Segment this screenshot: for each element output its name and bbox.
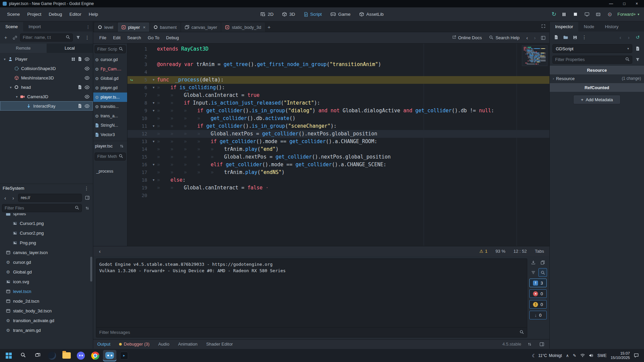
script-icon[interactable] bbox=[78, 104, 82, 108]
bottom-tab-shader-editor[interactable]: Shader Editor bbox=[206, 342, 233, 347]
expand-arrow-icon[interactable]: ▾ bbox=[8, 85, 13, 89]
fs-path-input[interactable]: res:// bbox=[18, 194, 82, 202]
file-level-tscn[interactable]: level.tscn bbox=[0, 287, 93, 296]
save-resource-icon[interactable] bbox=[571, 34, 579, 41]
taskbar-app-steam[interactable] bbox=[45, 350, 59, 361]
menu-project[interactable]: Project bbox=[23, 10, 45, 18]
search-help-button[interactable]: Search Help bbox=[486, 34, 523, 42]
play-current-scene-button[interactable] bbox=[595, 11, 602, 18]
resource-options-button[interactable]: ⋮ bbox=[581, 34, 588, 41]
notice-count-toggle[interactable]: !3 bbox=[529, 279, 547, 287]
tab-import[interactable]: Import bbox=[23, 22, 46, 32]
scene-node-head[interactable]: ▾head bbox=[0, 82, 93, 92]
code-line-14[interactable]: 14»»»»»trAnim.play("end") bbox=[127, 145, 549, 153]
file-canvas-layer-tscn[interactable]: canvas_layer.tscn bbox=[0, 248, 93, 257]
fs-split-view-button[interactable] bbox=[84, 194, 91, 201]
code-line-1[interactable]: 1extends RayCast3D bbox=[127, 45, 549, 53]
script-item-trans-a-[interactable]: ⚙trans_a... bbox=[93, 111, 127, 121]
code-line-15[interactable]: 15»»»»»Global.nextPos = get_collider().n… bbox=[127, 153, 549, 161]
edited-object-dropdown[interactable]: GDScript ▾ bbox=[552, 44, 632, 53]
script-history-forward-button[interactable]: › bbox=[532, 35, 538, 41]
script-item-player-ts-[interactable]: ⚙player.ts... bbox=[93, 93, 127, 102]
scene-filter-input[interactable]: Filter: name, t:t bbox=[20, 34, 73, 42]
fold-arrow-icon[interactable]: ▼ bbox=[150, 76, 157, 84]
script-menu-search[interactable]: Search bbox=[124, 34, 144, 42]
code-editor[interactable]: 1extends RayCast3D23@onready var trAnim … bbox=[127, 44, 549, 246]
visibility-toggle-icon[interactable] bbox=[85, 57, 90, 61]
minimize-button[interactable]: — bbox=[609, 1, 613, 6]
tab-node[interactable]: Node bbox=[578, 22, 599, 32]
taskbar-app-godot[interactable] bbox=[103, 350, 116, 361]
edit-script-icon[interactable] bbox=[634, 45, 641, 52]
hidden-icons-button[interactable]: ∧ bbox=[566, 353, 569, 358]
taskbar-app-windows[interactable] bbox=[2, 350, 15, 361]
script-menu-file[interactable]: File bbox=[96, 34, 110, 42]
pen-icon[interactable]: ✎ bbox=[573, 353, 576, 358]
script-item-StringN-[interactable]: StringN... bbox=[93, 121, 127, 130]
online-docs-button[interactable]: Online Docs bbox=[449, 34, 485, 42]
workspace-script[interactable]: Script bbox=[300, 10, 326, 18]
tab-inspector[interactable]: Inspector bbox=[550, 22, 578, 32]
workspace-3d[interactable]: 3D bbox=[278, 10, 299, 18]
copy-log-icon[interactable] bbox=[539, 258, 547, 266]
code-line-18[interactable]: 18▼»else: bbox=[127, 176, 549, 184]
menu-debug[interactable]: Debug bbox=[45, 10, 66, 18]
editor-tab-player[interactable]: player× bbox=[118, 22, 149, 32]
output-filter-input[interactable]: Filter Messages bbox=[96, 327, 527, 337]
indent-type[interactable]: Tabs bbox=[535, 249, 544, 254]
script-item-player-gd[interactable]: ⚙player.gd bbox=[93, 83, 127, 93]
renderer-selector[interactable]: Forward+▾ bbox=[618, 12, 639, 17]
script-item-Global-gd[interactable]: ⚙Global.gd bbox=[93, 74, 127, 83]
file-cursor2-png[interactable]: Cursor2.png bbox=[0, 228, 93, 238]
file-node-2d-tscn[interactable]: node_2d.tscn bbox=[0, 296, 93, 306]
taskbar-app-discord[interactable] bbox=[74, 350, 88, 361]
fs-scrollbar[interactable] bbox=[90, 257, 92, 282]
instance-scene-button[interactable] bbox=[11, 34, 18, 41]
script-item-Vector3[interactable]: Vector3 bbox=[93, 130, 127, 139]
warning-count-toggle[interactable]: !0 bbox=[529, 300, 547, 309]
code-line-17[interactable]: 17»»»»»trAnim.play("endNS") bbox=[127, 169, 549, 176]
notifications-icon[interactable] bbox=[634, 353, 639, 358]
fold-arrow-icon[interactable]: ▼ bbox=[150, 99, 157, 107]
stop-button[interactable] bbox=[572, 11, 579, 18]
error-count-toggle[interactable]: ×0 bbox=[529, 289, 547, 298]
menu-help[interactable]: Help bbox=[85, 10, 102, 18]
taskbar-app-search[interactable] bbox=[16, 350, 30, 361]
taskbar-app-chrome[interactable] bbox=[89, 350, 102, 361]
expand-editor-icon[interactable] bbox=[541, 24, 548, 32]
script-item-transitio-[interactable]: ⚙transitio... bbox=[93, 102, 127, 111]
load-resource-icon[interactable] bbox=[562, 34, 569, 41]
code-line-20[interactable]: 20 bbox=[127, 192, 549, 199]
editor-tab-canvas_layer[interactable]: canvas_layer bbox=[181, 22, 221, 32]
code-line-2[interactable]: 2 bbox=[127, 53, 549, 61]
code-line-10[interactable]: 10»»»»get_collider().db.activate() bbox=[127, 115, 549, 122]
warnings-indicator[interactable]: ⚠ 1 bbox=[479, 249, 487, 254]
current-script-row[interactable]: player.tsc bbox=[93, 141, 127, 151]
fs-forward-button[interactable]: › bbox=[10, 195, 16, 201]
menu-editor[interactable]: Editor bbox=[66, 10, 85, 18]
clock[interactable]: 15:07 15/10/2025 bbox=[610, 351, 630, 360]
bottom-tab-animation[interactable]: Animation bbox=[178, 342, 198, 347]
file-cursor1-png[interactable]: Cursor1.png bbox=[0, 219, 93, 228]
file-png-png[interactable]: Png.png bbox=[0, 238, 93, 248]
script-menu-go-to[interactable]: Go To bbox=[145, 34, 163, 42]
collapse-scripts-panel-button[interactable]: ‹ bbox=[97, 248, 103, 254]
workspace-game[interactable]: Game bbox=[327, 10, 354, 18]
inspector-forward-button[interactable]: › bbox=[626, 35, 632, 40]
move-panel-icon[interactable] bbox=[526, 341, 533, 348]
view-remote[interactable]: Remote bbox=[0, 44, 47, 53]
code-line-11[interactable]: 11▼»»»if get_collider().is_in_group("sce… bbox=[127, 122, 549, 130]
taskbar-app-dev[interactable]: ▸ bbox=[117, 350, 131, 361]
code-line-8[interactable]: 8▼»»if Input.is_action_just_released("In… bbox=[127, 99, 549, 107]
menu-scene[interactable]: Scene bbox=[3, 10, 23, 18]
property-filter-icon[interactable] bbox=[634, 56, 641, 63]
scene-dock-menu-button[interactable]: ⋮ bbox=[84, 34, 91, 41]
fold-arrow-icon[interactable]: ▼ bbox=[150, 176, 157, 184]
close-button[interactable]: × bbox=[636, 1, 638, 6]
inspector-back-button[interactable]: ‹ bbox=[617, 35, 624, 40]
script-icon[interactable] bbox=[78, 57, 82, 61]
remote-debug-button[interactable] bbox=[583, 11, 591, 18]
code-minimap[interactable] bbox=[522, 45, 547, 66]
tab-scene[interactable]: Scene bbox=[0, 22, 23, 32]
volume-icon[interactable] bbox=[589, 354, 593, 357]
